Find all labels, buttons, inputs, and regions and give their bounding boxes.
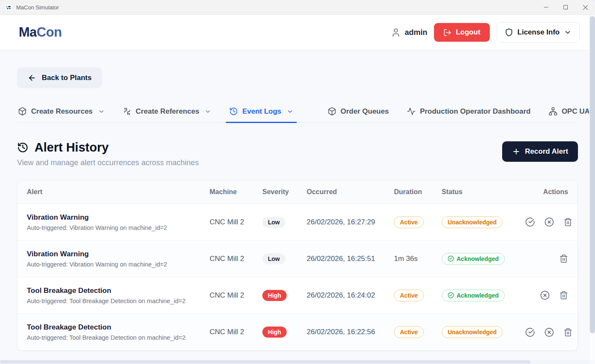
trash-icon: [559, 254, 568, 263]
severity-badge: Low: [262, 217, 285, 228]
tab-label: Production Operator Dashboard: [420, 107, 531, 116]
package-icon: [328, 107, 336, 116]
alert-description: Auto-triggered: Tool Breakage Detection …: [27, 298, 210, 304]
vertical-scrollbar[interactable]: [589, 15, 595, 360]
user-chip: admin: [391, 28, 427, 37]
horizontal-scrollbar-thumb[interactable]: [0, 360, 530, 364]
record-alert-button[interactable]: Record Alert: [502, 141, 578, 162]
logout-button[interactable]: Logout: [434, 23, 490, 42]
status-badge: Unacknowledged: [442, 216, 503, 228]
vertical-scrollbar-thumb[interactable]: [590, 16, 595, 333]
minimize-button[interactable]: [536, 0, 556, 15]
maximize-button[interactable]: [556, 0, 575, 15]
horizontal-scrollbar[interactable]: [0, 360, 589, 364]
alert-cell: Vibration Warning Auto-triggered: Vibrat…: [27, 250, 210, 268]
close-button[interactable]: [575, 0, 595, 15]
user-icon: [391, 28, 401, 37]
username-label: admin: [405, 28, 427, 37]
column-header-machine: Machine: [210, 188, 262, 196]
delete-button[interactable]: [559, 291, 568, 300]
activity-icon: [407, 107, 416, 116]
check-circle-icon: [525, 327, 535, 337]
license-info-label: License Info: [517, 28, 560, 37]
tab-create-references[interactable]: Create References: [122, 105, 212, 122]
occurred-cell: 26/02/2026, 16:22:56: [307, 328, 394, 336]
history-icon: [229, 107, 238, 116]
occurred-cell: 26/02/2026, 16:25:51: [307, 255, 394, 263]
trash-icon: [559, 291, 568, 300]
resolve-button[interactable]: [544, 217, 554, 227]
actions-cell: [525, 217, 572, 227]
window-controls: [536, 0, 595, 15]
machine-cell: CNC Mill 2: [210, 255, 262, 263]
x-circle-icon: [540, 290, 550, 300]
status-badge: Acknowledged: [442, 289, 505, 301]
status-badge: Unacknowledged: [442, 326, 503, 338]
network-icon: [549, 107, 558, 116]
severity-badge: Low: [262, 253, 285, 264]
alert-cell: Tool Breakage Detection Auto-triggered: …: [27, 287, 210, 304]
check-circle-icon: [448, 292, 454, 298]
section-header: Alert History View and manage alert occu…: [17, 140, 578, 167]
resolve-button[interactable]: [544, 327, 554, 337]
table-row: Tool Breakage Detection Auto-triggered: …: [17, 277, 578, 314]
tab-label: Create References: [136, 107, 199, 116]
x-circle-icon: [544, 217, 554, 227]
alert-description: Auto-triggered: Vibration Warning on mac…: [27, 224, 210, 231]
section-title-block: Alert History View and manage alert occu…: [17, 140, 199, 167]
actions-cell: [525, 327, 572, 337]
check-circle-icon: [448, 255, 454, 262]
tab-opc-ua[interactable]: OPC UA: [548, 105, 591, 122]
delete-button[interactable]: [563, 218, 572, 226]
column-header-severity: Severity: [262, 188, 307, 196]
package-icon: [18, 107, 27, 116]
header-right: admin Logout License Info: [391, 22, 586, 43]
page-subtitle: View and manage alert occurrences across…: [17, 158, 199, 167]
column-header-duration: Duration: [394, 188, 442, 196]
actions-cell: [525, 254, 568, 263]
alert-cell: Vibration Warning Auto-triggered: Vibrat…: [27, 213, 210, 231]
resolve-button[interactable]: [540, 290, 550, 300]
chevron-down-icon: [98, 108, 105, 115]
tab-label: Order Queues: [341, 107, 389, 116]
column-header-status: Status: [442, 188, 525, 196]
back-to-plants-button[interactable]: Back to Plants: [17, 67, 102, 88]
alert-description: Auto-triggered: Tool Breakage Detection …: [27, 334, 210, 341]
logout-label: Logout: [456, 28, 480, 37]
delete-button[interactable]: [563, 328, 572, 337]
status-label: Acknowledged: [457, 292, 499, 299]
close-icon: [583, 5, 588, 10]
delete-button[interactable]: [559, 254, 568, 263]
tab-create-resources[interactable]: Create Resources: [17, 105, 106, 122]
alert-title: Vibration Warning: [27, 250, 210, 258]
plus-icon: [512, 147, 520, 156]
status-label: Acknowledged: [457, 255, 499, 262]
table-row: Tool Breakage Detection Auto-triggered: …: [17, 314, 578, 350]
alert-title: Tool Breakage Detection: [27, 323, 210, 332]
macon-logo: MaCon: [19, 25, 62, 40]
app-icon: [5, 4, 12, 11]
chevron-down-icon: [564, 29, 572, 36]
cable-icon: [123, 107, 132, 116]
tab-label: OPC UA: [562, 107, 590, 116]
tab-label: Create Resources: [31, 107, 93, 116]
column-header-occurred: Occurred: [307, 188, 394, 196]
column-header-actions: Actions: [525, 188, 568, 196]
window-title: MaCon Simulator: [16, 4, 59, 11]
table-header-row: Alert Machine Severity Occurred Duration…: [17, 181, 578, 204]
machine-cell: CNC Mill 2: [210, 218, 262, 226]
status-badge: Acknowledged: [442, 253, 505, 265]
tab-order-queues[interactable]: Order Queues: [327, 105, 390, 122]
column-header-alert: Alert: [27, 188, 210, 196]
license-info-button[interactable]: License Info: [497, 22, 580, 43]
alert-cell: Tool Breakage Detection Auto-triggered: …: [27, 323, 210, 341]
occurred-cell: 26/02/2026, 16:27:29: [307, 218, 394, 226]
tab-event-logs[interactable]: Event Logs: [228, 105, 294, 122]
table-row: Vibration Warning Auto-triggered: Vibrat…: [17, 241, 578, 277]
tab-production-operator-dashboard[interactable]: Production Operator Dashboard: [406, 105, 532, 122]
check-circle-icon: [525, 217, 535, 227]
acknowledge-button[interactable]: [525, 217, 535, 227]
acknowledge-button[interactable]: [525, 327, 535, 337]
alert-title: Tool Breakage Detection: [27, 287, 210, 295]
main-content: Back to Plants Create Resources Create R…: [0, 67, 595, 351]
